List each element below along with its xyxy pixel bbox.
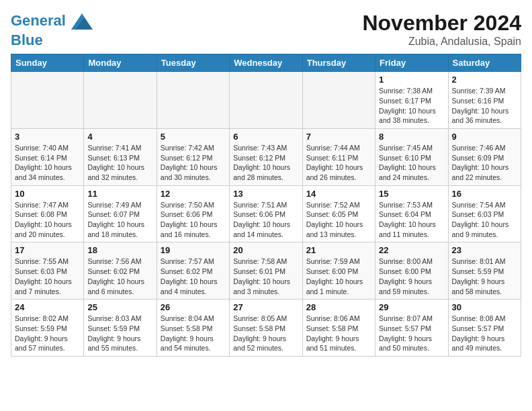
calendar-cell: 26Sunrise: 8:04 AMSunset: 5:58 PMDayligh… <box>157 300 229 357</box>
calendar-cell: 5Sunrise: 7:42 AMSunset: 6:12 PMDaylight… <box>157 128 229 185</box>
day-number: 27 <box>233 302 298 312</box>
day-info: Sunrise: 7:52 AMSunset: 6:05 PMDaylight:… <box>306 200 371 240</box>
day-info: Sunrise: 8:08 AMSunset: 5:57 PMDaylight:… <box>452 314 517 353</box>
day-info: Sunrise: 8:04 AMSunset: 5:58 PMDaylight:… <box>161 314 226 353</box>
calendar-cell <box>230 72 302 129</box>
weekday-header: Thursday <box>302 54 375 72</box>
day-number: 24 <box>15 302 80 312</box>
logo: General Blue <box>11 11 93 48</box>
day-info: Sunrise: 7:58 AMSunset: 6:01 PMDaylight:… <box>233 257 298 296</box>
day-info: Sunrise: 7:51 AMSunset: 6:06 PMDaylight:… <box>233 200 298 240</box>
calendar-cell: 12Sunrise: 7:50 AMSunset: 6:06 PMDayligh… <box>157 185 229 242</box>
day-info: Sunrise: 8:00 AMSunset: 6:00 PMDaylight:… <box>379 257 444 296</box>
weekday-header: Tuesday <box>157 54 229 72</box>
day-info: Sunrise: 7:59 AMSunset: 6:00 PMDaylight:… <box>306 257 371 296</box>
logo-text: General <box>11 11 93 32</box>
calendar-cell: 14Sunrise: 7:52 AMSunset: 6:05 PMDayligh… <box>302 185 375 242</box>
calendar-header: SundayMondayTuesdayWednesdayThursdayFrid… <box>11 54 521 72</box>
day-info: Sunrise: 7:43 AMSunset: 6:12 PMDaylight:… <box>233 143 298 183</box>
day-number: 10 <box>15 189 80 199</box>
calendar-cell: 23Sunrise: 8:01 AMSunset: 5:59 PMDayligh… <box>448 242 521 300</box>
day-number: 8 <box>379 132 444 142</box>
calendar-week: 10Sunrise: 7:47 AMSunset: 6:08 PMDayligh… <box>11 185 521 242</box>
day-number: 26 <box>161 302 226 312</box>
calendar-week: 3Sunrise: 7:40 AMSunset: 6:14 PMDaylight… <box>11 128 521 185</box>
day-number: 12 <box>161 189 226 199</box>
day-number: 22 <box>379 245 444 255</box>
calendar-cell: 28Sunrise: 8:06 AMSunset: 5:58 PMDayligh… <box>302 300 375 357</box>
day-number: 1 <box>379 75 444 85</box>
calendar-cell: 8Sunrise: 7:45 AMSunset: 6:10 PMDaylight… <box>375 128 448 185</box>
day-info: Sunrise: 8:01 AMSunset: 5:59 PMDaylight:… <box>452 257 517 296</box>
calendar-cell: 2Sunrise: 7:39 AMSunset: 6:16 PMDaylight… <box>448 72 521 129</box>
calendar-week: 24Sunrise: 8:02 AMSunset: 5:59 PMDayligh… <box>11 300 521 357</box>
day-number: 5 <box>161 132 226 142</box>
calendar-cell: 16Sunrise: 7:54 AMSunset: 6:03 PMDayligh… <box>448 185 521 242</box>
calendar-cell: 9Sunrise: 7:46 AMSunset: 6:09 PMDaylight… <box>448 128 521 185</box>
day-number: 16 <box>452 189 517 199</box>
day-info: Sunrise: 7:54 AMSunset: 6:03 PMDaylight:… <box>452 200 517 240</box>
calendar-week: 1Sunrise: 7:38 AMSunset: 6:17 PMDaylight… <box>11 72 521 129</box>
month-title: November 2024 <box>362 11 521 36</box>
calendar-cell <box>157 72 229 129</box>
calendar: SundayMondayTuesdayWednesdayThursdayFrid… <box>11 54 521 357</box>
calendar-cell: 15Sunrise: 7:53 AMSunset: 6:04 PMDayligh… <box>375 185 448 242</box>
calendar-cell: 30Sunrise: 8:08 AMSunset: 5:57 PMDayligh… <box>448 300 521 357</box>
calendar-cell <box>11 72 84 129</box>
calendar-cell: 13Sunrise: 7:51 AMSunset: 6:06 PMDayligh… <box>230 185 302 242</box>
calendar-cell <box>84 72 157 129</box>
day-info: Sunrise: 8:06 AMSunset: 5:58 PMDaylight:… <box>306 314 371 353</box>
day-number: 17 <box>15 245 80 255</box>
day-info: Sunrise: 7:46 AMSunset: 6:09 PMDaylight:… <box>452 143 517 183</box>
day-number: 19 <box>161 245 226 255</box>
calendar-cell: 7Sunrise: 7:44 AMSunset: 6:11 PMDaylight… <box>302 128 375 185</box>
title-area: November 2024 Zubia, Andalusia, Spain <box>362 11 521 48</box>
weekday-header: Friday <box>375 54 448 72</box>
calendar-cell: 24Sunrise: 8:02 AMSunset: 5:59 PMDayligh… <box>11 300 84 357</box>
weekday-header: Monday <box>84 54 157 72</box>
day-number: 3 <box>15 132 80 142</box>
weekday-header: Saturday <box>448 54 521 72</box>
day-number: 9 <box>452 132 517 142</box>
day-number: 15 <box>379 189 444 199</box>
day-info: Sunrise: 7:38 AMSunset: 6:17 PMDaylight:… <box>379 86 444 126</box>
day-info: Sunrise: 7:39 AMSunset: 6:16 PMDaylight:… <box>452 86 517 126</box>
calendar-cell: 25Sunrise: 8:03 AMSunset: 5:59 PMDayligh… <box>84 300 157 357</box>
calendar-cell: 19Sunrise: 7:57 AMSunset: 6:02 PMDayligh… <box>157 242 229 300</box>
day-info: Sunrise: 7:57 AMSunset: 6:02 PMDaylight:… <box>161 257 226 296</box>
calendar-cell <box>302 72 375 129</box>
calendar-cell: 10Sunrise: 7:47 AMSunset: 6:08 PMDayligh… <box>11 185 84 242</box>
day-number: 30 <box>452 302 517 312</box>
day-info: Sunrise: 7:40 AMSunset: 6:14 PMDaylight:… <box>15 143 80 183</box>
day-number: 20 <box>233 245 298 255</box>
day-number: 23 <box>452 245 517 255</box>
calendar-cell: 18Sunrise: 7:56 AMSunset: 6:02 PMDayligh… <box>84 242 157 300</box>
calendar-cell: 29Sunrise: 8:07 AMSunset: 5:57 PMDayligh… <box>375 300 448 357</box>
calendar-cell: 22Sunrise: 8:00 AMSunset: 6:00 PMDayligh… <box>375 242 448 300</box>
calendar-body: 1Sunrise: 7:38 AMSunset: 6:17 PMDaylight… <box>11 72 521 357</box>
calendar-cell: 11Sunrise: 7:49 AMSunset: 6:07 PMDayligh… <box>84 185 157 242</box>
day-number: 18 <box>87 245 152 255</box>
calendar-cell: 4Sunrise: 7:41 AMSunset: 6:13 PMDaylight… <box>84 128 157 185</box>
calendar-week: 17Sunrise: 7:55 AMSunset: 6:03 PMDayligh… <box>11 242 521 300</box>
day-info: Sunrise: 8:07 AMSunset: 5:57 PMDaylight:… <box>379 314 444 353</box>
day-number: 21 <box>306 245 371 255</box>
day-number: 29 <box>379 302 444 312</box>
day-info: Sunrise: 7:53 AMSunset: 6:04 PMDaylight:… <box>379 200 444 240</box>
calendar-cell: 20Sunrise: 7:58 AMSunset: 6:01 PMDayligh… <box>230 242 302 300</box>
day-info: Sunrise: 7:55 AMSunset: 6:03 PMDaylight:… <box>15 257 80 296</box>
day-info: Sunrise: 7:45 AMSunset: 6:10 PMDaylight:… <box>379 143 444 183</box>
day-number: 7 <box>306 132 371 142</box>
day-info: Sunrise: 7:50 AMSunset: 6:06 PMDaylight:… <box>161 200 226 240</box>
day-number: 13 <box>233 189 298 199</box>
calendar-cell: 17Sunrise: 7:55 AMSunset: 6:03 PMDayligh… <box>11 242 84 300</box>
day-info: Sunrise: 7:41 AMSunset: 6:13 PMDaylight:… <box>87 143 152 183</box>
calendar-cell: 3Sunrise: 7:40 AMSunset: 6:14 PMDaylight… <box>11 128 84 185</box>
day-number: 25 <box>87 302 152 312</box>
day-info: Sunrise: 8:02 AMSunset: 5:59 PMDaylight:… <box>15 314 80 353</box>
day-info: Sunrise: 7:44 AMSunset: 6:11 PMDaylight:… <box>306 143 371 183</box>
calendar-cell: 27Sunrise: 8:05 AMSunset: 5:58 PMDayligh… <box>230 300 302 357</box>
day-number: 2 <box>452 75 517 85</box>
day-info: Sunrise: 7:47 AMSunset: 6:08 PMDaylight:… <box>15 200 80 240</box>
weekday-header: Sunday <box>11 54 84 72</box>
